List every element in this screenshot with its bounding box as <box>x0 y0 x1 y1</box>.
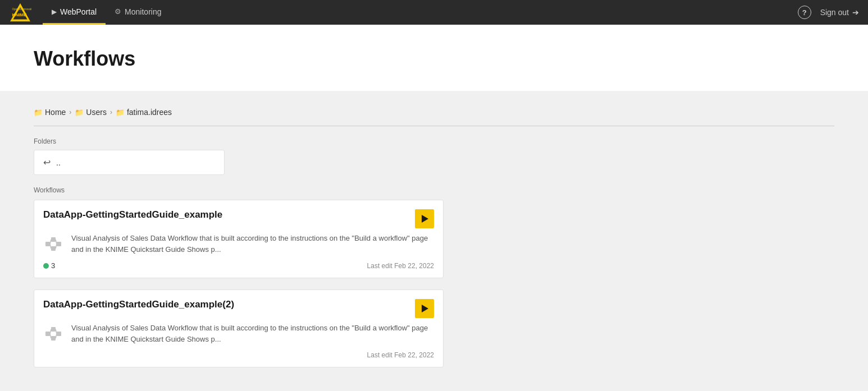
svg-line-11 <box>56 244 57 249</box>
nav-monitoring[interactable]: ⚙ Monitoring <box>106 0 170 25</box>
run-play-icon-2 <box>422 305 428 312</box>
back-arrow-icon: ↩ <box>43 157 51 168</box>
workflow-card-1-status: 3 <box>43 261 55 270</box>
play-icon: ▶ <box>52 8 57 16</box>
workflow-card-2-header: DataApp-GettingStartedGuide_example(2) <box>43 299 434 318</box>
svg-line-9 <box>50 244 51 249</box>
svg-rect-5 <box>51 237 56 242</box>
workflow-card-1-last-edit: Last edit Feb 22, 2022 <box>367 262 434 270</box>
workflow-card-2-body: Visual Analysis of Sales Data Workflow t… <box>43 323 434 344</box>
breadcrumb-home-label: Home <box>45 108 66 117</box>
workflow-card-1-title: DataApp-GettingStartedGuide_example <box>43 209 415 220</box>
breadcrumb-user-label: fatima.idrees <box>127 108 172 117</box>
workflow-card-1-header: DataApp-GettingStartedGuide_example <box>43 209 434 228</box>
breadcrumb-users[interactable]: 📁 Users <box>75 108 107 117</box>
workflow-card-1-desc: Visual Analysis of Sales Data Workflow t… <box>71 233 434 255</box>
sign-out-icon: ➔ <box>852 8 859 17</box>
logo: Open for Innovation KNIME <box>9 2 31 22</box>
workflow-card-1: DataApp-GettingStartedGuide_example <box>34 200 444 278</box>
folder-icon: 📁 <box>34 108 43 117</box>
svg-text:Open for Innovation: Open for Innovation <box>12 8 31 11</box>
svg-rect-4 <box>45 242 50 246</box>
svg-line-16 <box>50 329 51 334</box>
svg-rect-13 <box>51 327 56 332</box>
breadcrumb-users-label: Users <box>86 108 107 117</box>
workflow-card-1-footer: 3 Last edit Feb 22, 2022 <box>43 261 434 270</box>
nav-webportal-label: WebPortal <box>60 7 97 16</box>
svg-rect-15 <box>57 332 61 336</box>
run-workflow-1-button[interactable] <box>415 209 434 228</box>
breadcrumb-sep-1: › <box>69 108 71 116</box>
gray-section: 📁 Home › 📁 Users › 📁 fatima.idrees Folde… <box>0 91 868 391</box>
help-button[interactable]: ? <box>798 6 811 19</box>
run-workflow-2-button[interactable] <box>415 299 434 318</box>
breadcrumb-sep-2: › <box>110 108 112 116</box>
run-play-icon-1 <box>422 215 428 223</box>
svg-line-10 <box>56 240 57 244</box>
workflow-icon-2 <box>43 324 63 344</box>
page-title: Workflows <box>34 47 834 71</box>
divider <box>34 126 834 126</box>
workflow-card-1-body: Visual Analysis of Sales Data Workflow t… <box>43 233 434 255</box>
breadcrumb-home[interactable]: 📁 Home <box>34 108 66 117</box>
workflow-card-2-desc: Visual Analysis of Sales Data Workflow t… <box>71 323 434 344</box>
workflows-section-label: Workflows <box>34 186 834 194</box>
workflow-cards: DataApp-GettingStartedGuide_example <box>34 200 834 367</box>
page-content: Workflows <box>0 25 868 91</box>
sign-out-label: Sign out <box>820 8 849 17</box>
svg-line-19 <box>56 334 57 338</box>
folder-icon-3: 📁 <box>116 108 125 117</box>
svg-line-18 <box>56 329 57 334</box>
workflow-icon-1 <box>43 234 63 254</box>
svg-rect-12 <box>45 332 50 336</box>
svg-line-8 <box>50 240 51 244</box>
back-folder-label: .. <box>56 158 61 167</box>
svg-text:KNIME: KNIME <box>12 12 28 17</box>
back-folder-item[interactable]: ↩ .. <box>34 150 225 175</box>
breadcrumb-user[interactable]: 📁 fatima.idrees <box>116 108 172 117</box>
nav-monitoring-label: Monitoring <box>125 7 161 16</box>
workflow-card-2: DataApp-GettingStartedGuide_example(2) <box>34 289 444 367</box>
svg-rect-6 <box>51 246 56 251</box>
header-right: ? Sign out ➔ <box>798 6 859 19</box>
folder-icon-2: 📁 <box>75 108 84 117</box>
svg-rect-7 <box>57 242 61 246</box>
nav-webportal[interactable]: ▶ WebPortal <box>43 0 106 25</box>
folders-label: Folders <box>34 137 834 145</box>
svg-line-17 <box>50 334 51 338</box>
main-nav: ▶ WebPortal ⚙ Monitoring <box>43 0 798 25</box>
breadcrumb: 📁 Home › 📁 Users › 📁 fatima.idrees <box>34 108 834 117</box>
svg-rect-14 <box>51 336 56 341</box>
workflow-card-2-footer: Last edit Feb 22, 2022 <box>43 351 434 359</box>
workflow-card-2-last-edit: Last edit Feb 22, 2022 <box>367 351 434 359</box>
status-dot-1 <box>43 263 49 269</box>
sign-out-button[interactable]: Sign out ➔ <box>820 8 859 17</box>
monitor-icon: ⚙ <box>115 7 121 16</box>
workflow-card-2-title: DataApp-GettingStartedGuide_example(2) <box>43 299 415 310</box>
app-header: Open for Innovation KNIME ▶ WebPortal ⚙ … <box>0 0 868 25</box>
